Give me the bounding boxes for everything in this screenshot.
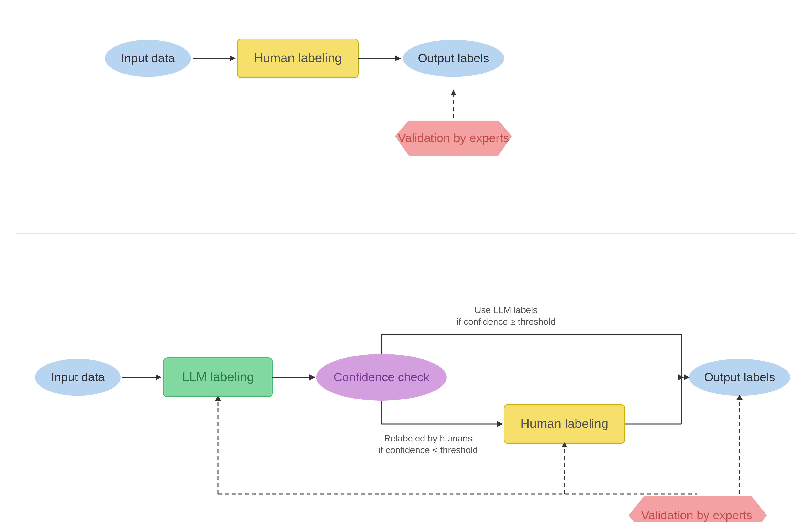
top-validation-label: Validation by experts (398, 131, 509, 144)
bottom-confidence-check-label: Confidence check (334, 370, 430, 384)
top-diagram-svg: Input data Human labeling Output labels … (0, 0, 812, 234)
bottom-input-data-label: Input data (51, 370, 105, 384)
high-confidence-label-line1: Use LLM labels (475, 305, 538, 315)
diagram-container: Input data Human labeling Output labels … (0, 0, 812, 522)
top-human-labeling-label: Human labeling (254, 51, 342, 65)
top-arrow-1-head (230, 56, 235, 61)
bottom-arrow-1-head (156, 375, 161, 380)
bottom-validation-label: Validation by experts (641, 508, 752, 522)
top-dashed-arrowhead (450, 89, 457, 95)
bottom-diagram-svg: Input data LLM labeling Confidence check… (0, 245, 812, 522)
bottom-low-conf-arrowhead (497, 421, 503, 427)
high-confidence-label-line2: if confidence ≥ threshold (457, 317, 556, 327)
bottom-human-labeling-label: Human labeling (520, 416, 608, 430)
divider (16, 234, 796, 234)
bottom-output-labels-label: Output labels (704, 370, 775, 384)
bottom-arrow-2-head (309, 375, 315, 380)
top-input-data-label: Input data (121, 51, 175, 65)
top-output-labels-label: Output labels (418, 51, 489, 65)
top-arrow-2-head (395, 56, 401, 61)
low-confidence-label-line1: Relabeled by humans (384, 433, 472, 443)
low-confidence-label-line2: if confidence < threshold (379, 445, 478, 455)
bottom-llm-labeling-label: LLM labeling (182, 370, 254, 384)
bottom-to-output-arrowhead (684, 375, 690, 380)
